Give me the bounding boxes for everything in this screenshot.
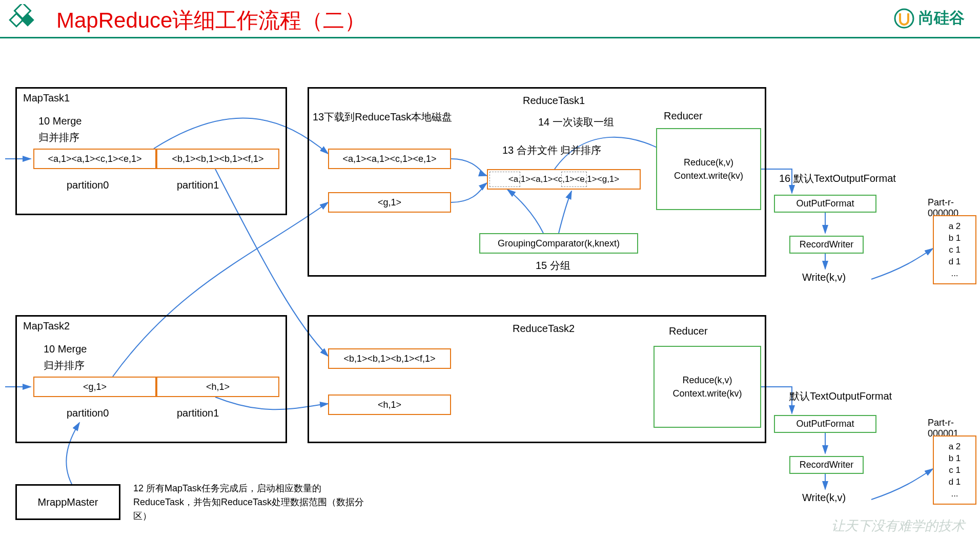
maptask1-merge: 10 Merge [38,115,82,127]
diagram-canvas: MapTask1 10 Merge 归并排序 <a,1><a,1><c,1><e… [0,38,980,540]
maptask2-title: MapTask2 [23,320,70,332]
slide-header: MapReduce详细工作流程（二） 尚硅谷 [0,0,980,38]
rt2-step16: 默认TextOutputFormat [789,389,892,403]
rt2-out-e: ... [951,489,958,499]
maptask2-p1lbl: partition1 [177,407,219,419]
rt1-group-sel1 [489,172,520,187]
rt2-out-a: a 2 [949,442,961,452]
rt1-group-sel2 [561,172,587,187]
rt2-d1: <b,1><b,1><b,1><f,1> [328,348,451,369]
brand-text: 尚硅谷 [918,8,965,29]
slogan-text: 让天下没有难学的技术 [831,517,965,535]
rt1-out-c: c 1 [949,245,961,255]
rt2-reducer-box: Reduce(k,v) Context.write(kv) [654,346,761,428]
rt2-reduce-fn: Reduce(k,v) [682,375,732,386]
rt1-recordwriter: RecordWriter [789,236,864,254]
rt1-reducer-box: Reduce(k,v) Context.write(kv) [656,128,761,210]
maptask2-p0lbl: partition0 [67,407,109,419]
page-title: MapReduce详细工作流程（二） [56,6,366,35]
maptask2-merge: 10 Merge [44,343,87,355]
rt2-outputformat: OutPutFormat [774,415,876,433]
maptask1-p0lbl: partition0 [67,179,109,191]
rt2-d2: <h,1> [328,394,451,415]
rt2-out-b: b 1 [949,453,961,464]
rt2-context: Context.write(kv) [672,388,742,399]
rt1-outputformat: OutPutFormat [774,195,876,213]
rt2-write: Write(k,v) [802,492,846,504]
rt2-reducer: Reducer [669,325,708,337]
rt1-context: Context.write(kv) [674,171,743,181]
maptask1-p1lbl: partition1 [177,179,219,191]
svg-rect-2 [10,13,23,26]
rt1-step13: 13下载到ReduceTask本地磁盘 [313,110,452,124]
maptask1-sort: 归并排序 [38,131,79,144]
rt1-out-e: ... [951,268,958,279]
master-title: MrappMaster [38,496,98,508]
brand-icon [894,8,914,29]
rt1-write: Write(k,v) [802,272,846,283]
rt1-d2: <g,1> [328,192,451,213]
maptask2-sort: 归并排序 [44,359,85,372]
rt1-reducer: Reducer [664,110,703,122]
rt1-reduce-fn: Reduce(k,v) [684,157,733,168]
maptask1-p1: <b,1><b,1><b,1><f,1> [156,149,279,169]
rt2-out-c: c 1 [949,465,961,475]
maptask2-p1: <h,1> [156,377,279,397]
reducetask2-title: ReduceTask2 [513,323,575,335]
rt1-output: a 2 b 1 c 1 d 1 ... [933,215,976,284]
rt1-grouping: GroupingComparator(k,knext) [479,233,638,254]
maptask1-title: MapTask1 [23,92,70,104]
logo-left-icon [8,4,38,34]
rt1-out-d: d 1 [949,257,961,267]
rt1-out-a: a 2 [949,221,961,232]
master-box: MrappMaster [15,484,120,520]
rt1-step14: 14 一次读取一组 [538,115,614,129]
rt1-step13b: 13 合并文件 归并排序 [502,143,601,157]
reducetask1-title: ReduceTask1 [523,95,585,107]
rt2-recordwriter: RecordWriter [789,456,864,474]
rt1-out-b: b 1 [949,233,961,243]
master-note: 12 所有MapTask任务完成后，启动相应数量的ReduceTask，并告知R… [133,482,369,523]
rt2-out-d: d 1 [949,477,961,487]
rt1-d1: <a,1><a,1><c,1><e,1> [328,149,451,169]
maptask2-p0: <g,1> [33,377,156,397]
rt1-step15: 15 分组 [536,259,570,273]
rt2-output: a 2 b 1 c 1 d 1 ... [933,435,976,505]
brand-logo: 尚硅谷 [894,8,965,29]
maptask1-p0: <a,1><a,1><c,1><e,1> [33,149,156,169]
rt1-step16: 16 默认TextOutputFormat [779,172,896,185]
